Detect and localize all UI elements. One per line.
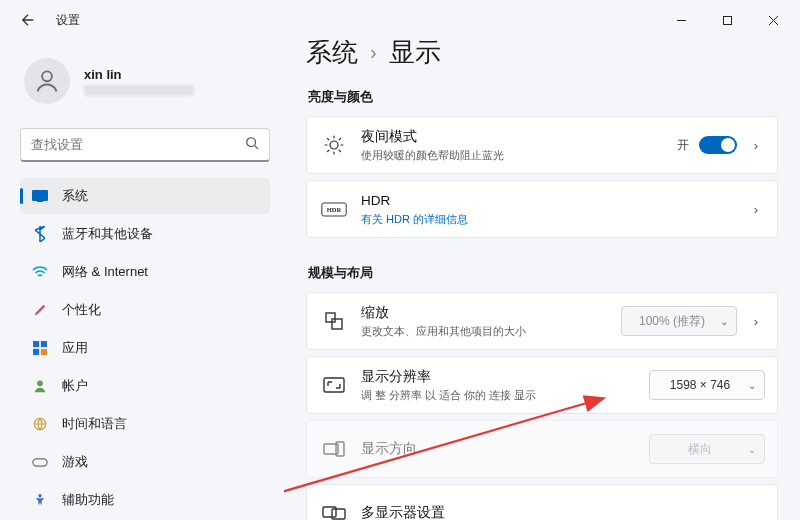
profile-email-redacted	[84, 85, 194, 96]
accessibility-icon	[32, 492, 48, 508]
row-hdr[interactable]: HDR HDR 有关 HDR 的详细信息 ›	[306, 180, 778, 238]
sidebar-item-label: 辅助功能	[62, 491, 114, 509]
sidebar-item-bluetooth[interactable]: 蓝牙和其他设备	[20, 216, 270, 252]
bluetooth-icon	[32, 226, 48, 242]
sidebar-item-apps[interactable]: 应用	[20, 330, 270, 366]
row-title: 显示分辨率	[361, 368, 635, 386]
svg-rect-5	[33, 341, 39, 347]
svg-text:HDR: HDR	[327, 206, 342, 213]
monitor-icon	[32, 188, 48, 204]
profile-name: xin lin	[84, 67, 194, 82]
chevron-right-icon[interactable]: ›	[747, 202, 765, 217]
chevron-down-icon: ⌄	[720, 316, 728, 327]
section-title-layout: 规模与布局	[308, 264, 778, 282]
row-title: 显示方向	[361, 440, 635, 458]
sidebar-nav: 系统 蓝牙和其他设备 网络 & Internet 个性化	[20, 178, 270, 518]
svg-rect-17	[332, 319, 342, 329]
sidebar-item-label: 时间和语言	[62, 415, 127, 433]
row-orientation: 显示方向 横向 ⌄	[306, 420, 778, 478]
svg-rect-6	[41, 341, 47, 347]
sidebar-item-label: 应用	[62, 339, 88, 357]
sidebar-item-label: 网络 & Internet	[62, 263, 148, 281]
apps-icon	[32, 340, 48, 356]
sidebar-item-label: 游戏	[62, 453, 88, 471]
hdr-icon: HDR	[321, 196, 347, 222]
sidebar-item-label: 系统	[62, 187, 88, 205]
multi-display-icon	[321, 500, 347, 520]
sidebar-item-accessibility[interactable]: 辅助功能	[20, 482, 270, 518]
window-title: 设置	[56, 12, 80, 29]
content-area: 系统 › 显示 亮度与颜色 夜间模式 使用较暖的颜色帮助阻止蓝光 开	[284, 40, 800, 520]
hdr-more-info-link[interactable]: 有关 HDR 的详细信息	[361, 212, 733, 226]
window-buttons	[658, 4, 796, 36]
close-button[interactable]	[750, 4, 796, 36]
row-title: 夜间模式	[361, 128, 663, 146]
dropdown-value: 1598 × 746	[670, 378, 730, 392]
search-box[interactable]	[20, 128, 270, 162]
sidebar-item-network[interactable]: 网络 & Internet	[20, 254, 270, 290]
brush-icon	[32, 302, 48, 318]
row-resolution[interactable]: 显示分辨率 调 整 分辨率 以 适合 你的 连接 显示 1598 × 746 ⌄	[306, 356, 778, 414]
svg-rect-11	[33, 458, 47, 465]
svg-rect-18	[324, 378, 344, 392]
search-input[interactable]	[31, 137, 237, 152]
night-light-toggle[interactable]	[699, 136, 737, 154]
resolution-icon	[321, 372, 347, 398]
dropdown-value: 横向	[688, 441, 712, 458]
breadcrumb-leaf: 显示	[389, 40, 441, 70]
svg-rect-7	[33, 349, 39, 355]
chevron-right-icon[interactable]: ›	[747, 314, 765, 329]
svg-rect-8	[41, 349, 47, 355]
profile[interactable]: xin lin	[20, 40, 270, 114]
svg-rect-0	[723, 16, 731, 24]
sun-icon	[321, 132, 347, 158]
row-title: 多显示器设置	[361, 504, 765, 520]
chevron-down-icon: ⌄	[748, 380, 756, 391]
row-title: 缩放	[361, 304, 607, 322]
orientation-dropdown: 横向 ⌄	[649, 434, 765, 464]
svg-rect-16	[326, 313, 335, 322]
orientation-icon	[321, 436, 347, 462]
resolution-dropdown[interactable]: 1598 × 746 ⌄	[649, 370, 765, 400]
back-button[interactable]	[14, 6, 42, 34]
svg-point-2	[247, 138, 256, 147]
avatar	[24, 58, 70, 104]
scale-icon	[321, 308, 347, 334]
chevron-right-icon[interactable]: ›	[747, 138, 765, 153]
row-scale[interactable]: 缩放 更改文本、应用和其他项目的大小 100% (推荐) ⌄ ›	[306, 292, 778, 350]
row-subtitle: 更改文本、应用和其他项目的大小	[361, 324, 607, 338]
minimize-button[interactable]	[658, 4, 704, 36]
sidebar-item-time-language[interactable]: 时间和语言	[20, 406, 270, 442]
search-icon	[245, 136, 259, 153]
toggle-state-label: 开	[677, 137, 689, 154]
sidebar-item-label: 个性化	[62, 301, 101, 319]
row-title: HDR	[361, 192, 733, 210]
svg-rect-4	[37, 201, 43, 202]
gamepad-icon	[32, 454, 48, 470]
sidebar-item-accounts[interactable]: 帐户	[20, 368, 270, 404]
maximize-button[interactable]	[704, 4, 750, 36]
sidebar-item-gaming[interactable]: 游戏	[20, 444, 270, 480]
wifi-icon	[32, 264, 48, 280]
section-title-brightness: 亮度与颜色	[308, 88, 778, 106]
sidebar-item-system[interactable]: 系统	[20, 178, 270, 214]
svg-point-12	[38, 494, 42, 498]
svg-point-13	[330, 141, 338, 149]
sidebar: xin lin 系统 蓝牙和其他设	[0, 40, 284, 520]
titlebar: 设置	[0, 0, 800, 40]
svg-point-9	[37, 381, 43, 387]
person-icon	[32, 378, 48, 394]
row-multi-display[interactable]: 多显示器设置	[306, 484, 778, 520]
breadcrumb: 系统 › 显示	[306, 40, 778, 72]
sidebar-item-label: 蓝牙和其他设备	[62, 225, 153, 243]
globe-icon	[32, 416, 48, 432]
row-night-light[interactable]: 夜间模式 使用较暖的颜色帮助阻止蓝光 开 ›	[306, 116, 778, 174]
svg-point-1	[42, 71, 52, 81]
breadcrumb-root[interactable]: 系统	[306, 40, 358, 70]
scale-dropdown[interactable]: 100% (推荐) ⌄	[621, 306, 737, 336]
dropdown-value: 100% (推荐)	[639, 313, 705, 330]
svg-rect-3	[32, 190, 48, 201]
chevron-down-icon: ⌄	[748, 444, 756, 455]
sidebar-item-personalization[interactable]: 个性化	[20, 292, 270, 328]
sidebar-item-label: 帐户	[62, 377, 88, 395]
